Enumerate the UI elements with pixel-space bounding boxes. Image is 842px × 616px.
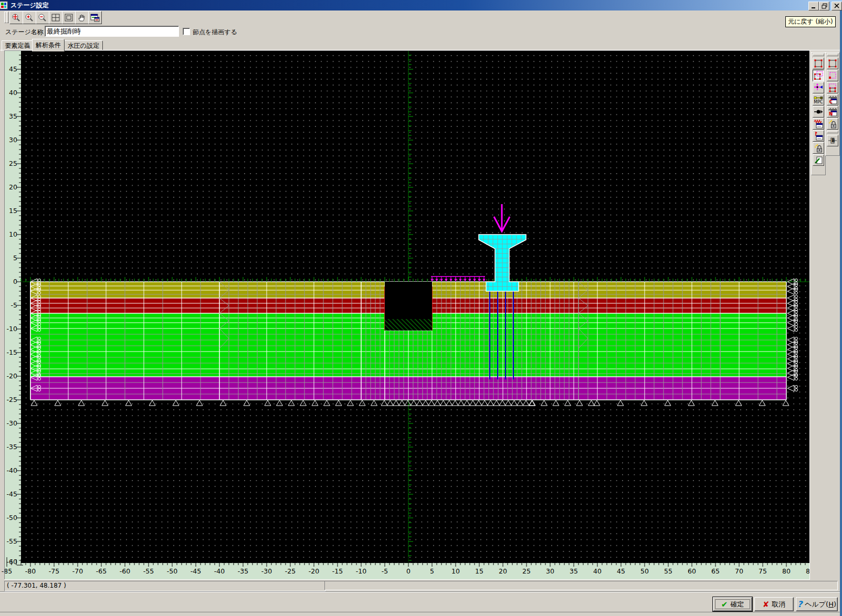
svg-text:30: 30 [546, 567, 554, 575]
svg-text:-10: -10 [7, 325, 17, 333]
x-icon: ✘ [763, 600, 770, 609]
support-c-icon: C [828, 95, 837, 104]
select-region-nodes-button[interactable] [827, 82, 838, 93]
stage-name-input[interactable] [45, 26, 179, 37]
zoom-fit-button[interactable] [49, 11, 62, 24]
svg-text:50: 50 [640, 567, 649, 575]
zoom-out-button[interactable] [36, 11, 49, 24]
svg-text:20: 20 [499, 567, 507, 575]
app-icon [0, 1, 8, 9]
window-bottom-edge [0, 612, 842, 612]
lock-button[interactable] [813, 142, 824, 154]
select-element-button[interactable] [813, 58, 824, 69]
svg-text:B: B [832, 139, 835, 143]
confirm-button[interactable]: ✔ 確定 [713, 597, 752, 611]
minimize-icon [811, 4, 816, 8]
svg-text:70: 70 [735, 567, 743, 575]
svg-text:-30: -30 [7, 419, 17, 427]
support-n-button[interactable]: N [827, 106, 838, 118]
zoom-in-button[interactable] [23, 11, 36, 24]
spring-property-button[interactable] [813, 118, 824, 130]
svg-text:65: 65 [711, 567, 720, 575]
undo-zoom-tooltip: 元に戻す (縮小) [785, 16, 836, 27]
draw-nodes-checkbox[interactable] [183, 28, 190, 35]
focus-rect [715, 599, 750, 609]
svg-text:-50: -50 [167, 567, 177, 575]
svg-text:15: 15 [9, 207, 17, 215]
zoom-fit-icon [50, 13, 61, 23]
pan-hand-icon [77, 13, 87, 23]
anchor-property-button[interactable] [813, 130, 824, 142]
toolbar-grip2[interactable] [6, 12, 9, 23]
minimize-button[interactable] [808, 2, 819, 10]
anchor-property-icon [814, 131, 823, 141]
display-settings-icon [90, 13, 100, 23]
svg-text:10: 10 [9, 230, 17, 238]
zoom-extents-button[interactable] [62, 11, 76, 24]
coordinate-status: ( -77.301, 48.187 ) [4, 581, 325, 591]
close-button[interactable] [832, 2, 842, 10]
main-toolbar [0, 10, 842, 25]
svg-text:5: 5 [430, 567, 434, 575]
select-element-2-button[interactable] [827, 58, 838, 69]
mpc-button[interactable]: MPC [813, 94, 824, 105]
close-icon [834, 4, 839, 8]
cancel-label: 取消 [772, 600, 785, 609]
cancel-button[interactable]: ✘ 取消 [754, 597, 794, 611]
svg-text:80: 80 [782, 567, 791, 575]
support-c-button[interactable]: C [827, 94, 838, 105]
svg-text:30: 30 [9, 136, 17, 144]
right-toolbar-2-grip[interactable] [827, 54, 838, 56]
svg-text:-10: -10 [356, 567, 366, 575]
select-element-region-button[interactable] [813, 70, 824, 81]
select-element-2-icon [828, 59, 837, 68]
svg-text:35: 35 [9, 112, 17, 120]
tab-analysis-conditions[interactable]: 解析条件 [32, 39, 65, 51]
svg-text:-65: -65 [96, 567, 107, 575]
svg-text:-40: -40 [214, 567, 225, 575]
svg-text:-5: -5 [382, 567, 388, 575]
svg-text:0: 0 [406, 567, 411, 575]
right-toolbar-2: C N [825, 52, 840, 156]
zoom-dynamic-button[interactable] [9, 11, 23, 24]
zoom-extents-icon [64, 13, 74, 23]
zoom-dynamic-icon [11, 13, 22, 23]
pan-button[interactable] [75, 11, 89, 24]
restore-button[interactable] [819, 2, 829, 10]
select-region-button[interactable] [827, 70, 838, 81]
right-toolbar-1-grip[interactable] [813, 54, 824, 56]
draw-nodes-label: 節点を描画する [193, 28, 237, 37]
move-node-button[interactable] [813, 82, 824, 93]
beam-b-button[interactable]: B [827, 135, 838, 146]
svg-text:45: 45 [9, 65, 17, 73]
move-node-icon [814, 83, 823, 92]
title-bar[interactable]: ステージ設定 [0, 0, 842, 10]
svg-text:N: N [829, 111, 833, 116]
svg-text:10: 10 [451, 567, 460, 575]
window-right-edge [840, 10, 842, 616]
svg-text:-25: -25 [285, 567, 296, 575]
svg-text:C: C [829, 99, 833, 104]
svg-text:-30: -30 [261, 567, 272, 575]
joint-element-button[interactable] [813, 106, 824, 118]
footer-separator [0, 591, 842, 592]
svg-text:-45: -45 [191, 567, 201, 575]
display-settings-button[interactable] [88, 11, 102, 24]
help-button[interactable]: ? ヘルプ(H) [796, 597, 838, 611]
lock-2-button[interactable] [827, 118, 838, 130]
svg-text:40: 40 [9, 89, 17, 97]
svg-text:25: 25 [522, 567, 531, 575]
svg-text:-40: -40 [7, 466, 17, 474]
svg-text:15: 15 [475, 567, 483, 575]
select-region-icon [828, 71, 837, 80]
mesh-viewport[interactable]: -85-80-75-70-65-60-55-50-45-40-35-30-25-… [0, 50, 810, 580]
svg-text:-20: -20 [309, 567, 319, 575]
svg-text:-15: -15 [332, 567, 343, 575]
svg-text:25: 25 [9, 160, 17, 167]
select-element-icon [814, 59, 823, 68]
restore-icon [822, 3, 827, 9]
svg-text:85: 85 [806, 567, 810, 575]
right-toolbar-2b-grip[interactable] [827, 131, 838, 133]
question-icon: ? [797, 599, 802, 609]
edit-attribute-button[interactable] [813, 154, 824, 166]
